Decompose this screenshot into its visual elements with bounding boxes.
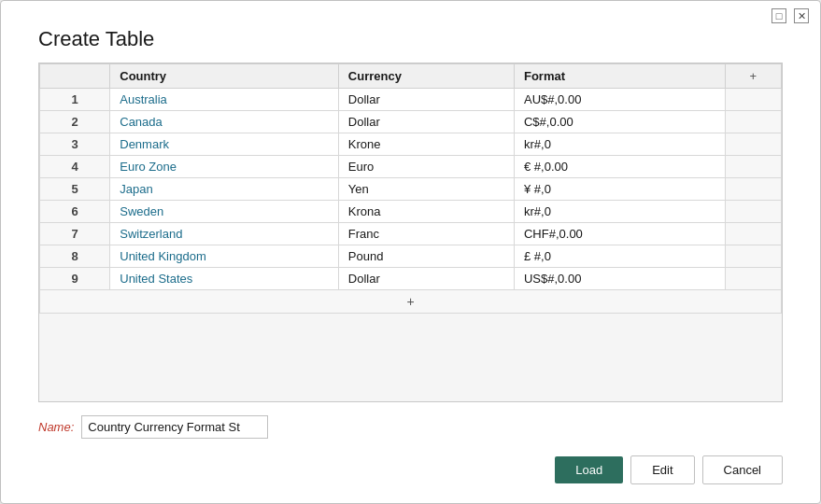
header-format: Format	[514, 64, 725, 89]
row-num-cell: 5	[40, 178, 110, 201]
header-country: Country	[110, 64, 339, 89]
table-row[interactable]: 5 Japan Yen ¥ #,0	[40, 178, 782, 201]
table-container: Country Currency Format + 1 Australia Do…	[38, 63, 783, 402]
name-row: Name:	[38, 402, 783, 448]
country-cell: United States	[110, 268, 339, 290]
action-cell	[725, 178, 781, 201]
minimize-button[interactable]: □	[771, 8, 786, 23]
action-cell	[725, 133, 781, 156]
country-cell: Denmark	[110, 133, 339, 156]
row-num-cell: 2	[40, 111, 110, 133]
dialog-body: Country Currency Format + 1 Australia Do…	[1, 63, 820, 448]
row-num-cell: 8	[40, 245, 110, 268]
row-num-cell: 4	[40, 156, 110, 178]
action-cell	[725, 268, 781, 290]
data-table: Country Currency Format + 1 Australia Do…	[39, 63, 782, 314]
row-num-cell: 1	[40, 89, 110, 111]
name-input[interactable]	[81, 415, 268, 439]
country-cell: United Kingdom	[110, 245, 339, 268]
format-cell: £ #,0	[514, 245, 725, 268]
table-row[interactable]: 6 Sweden Krona kr#,0	[40, 201, 782, 223]
format-cell: kr#,0	[514, 133, 725, 156]
action-cell	[725, 245, 781, 268]
row-num-cell: 3	[40, 133, 110, 156]
currency-cell: Euro	[338, 156, 514, 178]
header-rownum	[40, 64, 110, 89]
header-plus[interactable]: +	[725, 64, 781, 89]
table-row[interactable]: 9 United States Dollar US$#,0.00	[40, 268, 782, 290]
header-currency: Currency	[338, 64, 514, 89]
format-cell: ¥ #,0	[514, 178, 725, 201]
country-cell: Sweden	[110, 201, 339, 223]
currency-cell: Dollar	[338, 111, 514, 133]
country-cell: Japan	[110, 178, 339, 201]
currency-cell: Yen	[338, 178, 514, 201]
window-controls: □ ✕	[771, 8, 809, 23]
action-cell	[725, 156, 781, 178]
currency-cell: Krona	[338, 201, 514, 223]
table-row[interactable]: 7 Switzerland Franc CHF#,0.00	[40, 223, 782, 245]
name-label: Name:	[38, 420, 74, 434]
action-cell	[725, 223, 781, 245]
country-cell: Australia	[110, 89, 339, 111]
dialog-footer: Load Edit Cancel	[1, 448, 820, 503]
table-row[interactable]: 1 Australia Dollar AU$#,0.00	[40, 89, 782, 111]
close-button[interactable]: ✕	[794, 8, 809, 23]
action-cell	[725, 111, 781, 133]
table-row[interactable]: 3 Denmark Krone kr#,0	[40, 133, 782, 156]
edit-button[interactable]: Edit	[630, 455, 694, 484]
format-cell: AU$#,0.00	[514, 89, 725, 111]
currency-cell: Pound	[338, 245, 514, 268]
format-cell: US$#,0.00	[514, 268, 725, 290]
format-cell: kr#,0	[514, 201, 725, 223]
country-cell: Canada	[110, 111, 339, 133]
action-cell	[725, 89, 781, 111]
format-cell: C$#,0.00	[514, 111, 725, 133]
row-num-cell: 9	[40, 268, 110, 290]
cancel-button[interactable]: Cancel	[702, 455, 783, 484]
dialog-title: Create Table	[1, 27, 820, 63]
currency-cell: Krone	[338, 133, 514, 156]
row-num-cell: 7	[40, 223, 110, 245]
country-cell: Euro Zone	[110, 156, 339, 178]
currency-cell: Franc	[338, 223, 514, 245]
currency-cell: Dollar	[338, 89, 514, 111]
load-button[interactable]: Load	[555, 456, 623, 483]
table-row[interactable]: 2 Canada Dollar C$#,0.00	[40, 111, 782, 133]
add-row-cell[interactable]: +	[40, 290, 782, 314]
row-num-cell: 6	[40, 201, 110, 223]
add-row[interactable]: +	[40, 290, 782, 314]
table-header-row: Country Currency Format +	[40, 64, 782, 89]
title-bar: □ ✕	[1, 1, 820, 27]
format-cell: € #,0.00	[514, 156, 725, 178]
table-row[interactable]: 4 Euro Zone Euro € #,0.00	[40, 156, 782, 178]
action-cell	[725, 201, 781, 223]
table-row[interactable]: 8 United Kingdom Pound £ #,0	[40, 245, 782, 268]
currency-cell: Dollar	[338, 268, 514, 290]
create-table-dialog: □ ✕ Create Table Country Currency Format…	[0, 0, 821, 504]
country-cell: Switzerland	[110, 223, 339, 245]
format-cell: CHF#,0.00	[514, 223, 725, 245]
